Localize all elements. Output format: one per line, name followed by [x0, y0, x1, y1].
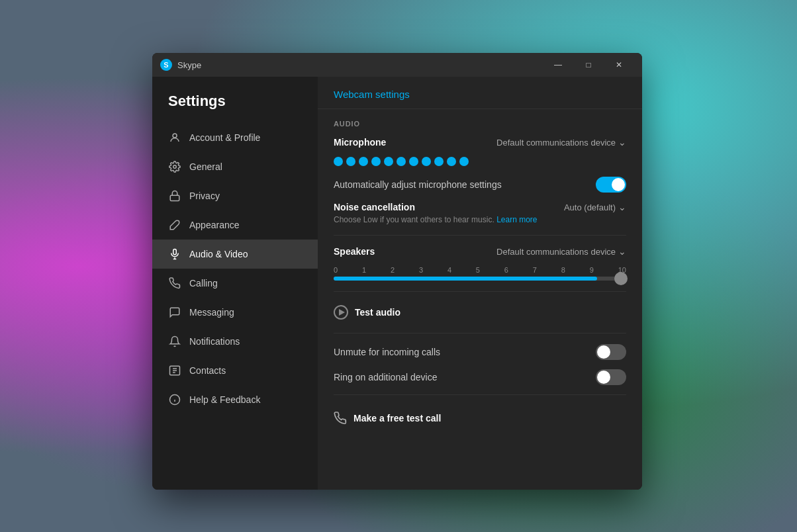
- test-audio-label: Test audio: [355, 307, 400, 318]
- sidebar-item-account[interactable]: Account & Profile: [152, 123, 318, 152]
- ring-toggle[interactable]: [596, 369, 626, 385]
- slider-label-1: 1: [362, 266, 366, 274]
- sidebar: Settings Account & Profile G: [152, 77, 318, 490]
- microphone-row: Microphone Default communications device: [334, 137, 626, 148]
- sidebar-item-messaging[interactable]: Messaging: [152, 298, 318, 327]
- volume-slider-section: 0 1 2 3 4 5 6 7 8 9 10: [334, 266, 626, 281]
- test-audio-button[interactable]: Test audio: [334, 302, 400, 322]
- speakers-row: Speakers Default communications device: [334, 246, 626, 257]
- volume-slider-thumb[interactable]: [614, 272, 628, 285]
- mic-dot-3: [359, 157, 368, 166]
- gear-icon: [168, 160, 181, 173]
- slider-label-2: 2: [391, 266, 395, 274]
- sidebar-item-contacts[interactable]: Contacts: [152, 356, 318, 385]
- skype-window: S Skype — □ ✕ Settings Account & Profile: [152, 53, 642, 490]
- divider-3: [334, 333, 626, 333]
- microphone-label: Microphone: [334, 137, 386, 148]
- volume-slider-track[interactable]: [334, 277, 626, 281]
- sidebar-item-general[interactable]: General: [152, 152, 318, 181]
- divider-1: [334, 235, 626, 236]
- window-content: Settings Account & Profile G: [152, 77, 642, 490]
- phone-icon: [168, 277, 181, 290]
- sidebar-item-calling-label: Calling: [189, 278, 218, 288]
- sidebar-item-audio-video[interactable]: Audio & Video: [152, 240, 318, 269]
- sidebar-item-messaging-label: Messaging: [189, 307, 234, 318]
- svg-rect-3: [173, 249, 177, 255]
- ring-thumb: [597, 371, 610, 384]
- microphone-level: [334, 157, 626, 166]
- person-icon: [168, 131, 181, 144]
- brush-icon: [168, 218, 181, 232]
- slider-labels: 0 1 2 3 4 5 6 7 8 9 10: [334, 266, 626, 274]
- ring-row: Ring on additional device: [334, 369, 626, 385]
- audio-section: AUDIO Microphone Default communications …: [318, 109, 642, 441]
- panel-header: Webcam settings: [318, 77, 642, 109]
- sidebar-item-notifications-label: Notifications: [189, 336, 240, 347]
- mic-dot-1: [334, 157, 343, 166]
- main-panel: Webcam settings AUDIO Microphone Default…: [318, 77, 642, 490]
- webcam-settings-link[interactable]: Webcam settings: [334, 89, 410, 100]
- unmute-toggle[interactable]: [596, 344, 626, 360]
- ring-label: Ring on additional device: [334, 372, 437, 382]
- auto-adjust-toggle[interactable]: [596, 177, 626, 193]
- mic-dot-11: [459, 157, 469, 166]
- test-call-phone-icon: [334, 411, 347, 425]
- sidebar-item-notifications[interactable]: Notifications: [152, 327, 318, 356]
- speakers-label: Speakers: [334, 246, 375, 257]
- play-icon: [334, 305, 348, 320]
- learn-more-link[interactable]: Learn more: [496, 215, 537, 224]
- svg-rect-2: [170, 195, 179, 200]
- unmute-row: Unmute for incoming calls: [334, 344, 626, 360]
- divider-4: [334, 394, 626, 395]
- sidebar-item-calling[interactable]: Calling: [152, 269, 318, 298]
- bell-icon: [168, 335, 181, 348]
- volume-slider-fill: [334, 277, 597, 281]
- mic-dot-9: [434, 157, 444, 166]
- mic-dot-6: [397, 157, 406, 166]
- mic-dot-5: [384, 157, 393, 166]
- test-call-label: Make a free test call: [353, 413, 441, 423]
- mic-dot-4: [371, 157, 381, 166]
- close-button[interactable]: ✕: [604, 53, 634, 77]
- sidebar-item-help-label: Help & Feedback: [189, 394, 260, 405]
- contacts-icon: [168, 364, 181, 377]
- window-controls: — □ ✕: [543, 53, 634, 77]
- play-triangle: [339, 309, 345, 316]
- mic-dot-10: [447, 157, 456, 166]
- skype-logo: S: [160, 59, 172, 71]
- maximize-button[interactable]: □: [573, 53, 604, 77]
- sidebar-item-appearance-label: Appearance: [189, 220, 240, 230]
- mic-dot-8: [422, 157, 431, 166]
- auto-adjust-thumb: [612, 178, 625, 191]
- sidebar-item-contacts-label: Contacts: [189, 365, 226, 376]
- sidebar-item-account-label: Account & Profile: [189, 132, 260, 143]
- lock-icon: [168, 189, 181, 202]
- mic-icon: [168, 247, 181, 261]
- speakers-dropdown[interactable]: Default communications device: [496, 246, 626, 257]
- info-icon: [168, 393, 181, 406]
- slider-label-9: 9: [590, 266, 594, 274]
- noise-cancellation-label: Noise cancellation: [334, 202, 415, 212]
- slider-label-0: 0: [334, 266, 338, 274]
- noise-cancellation-dropdown[interactable]: Auto (default): [564, 202, 626, 212]
- mic-dot-7: [409, 157, 418, 166]
- sidebar-item-help[interactable]: Help & Feedback: [152, 385, 318, 414]
- sidebar-item-privacy[interactable]: Privacy: [152, 181, 318, 210]
- microphone-dropdown[interactable]: Default communications device: [496, 137, 626, 148]
- sidebar-item-privacy-label: Privacy: [189, 191, 220, 201]
- slider-label-6: 6: [504, 266, 508, 274]
- test-call-row[interactable]: Make a free test call: [334, 406, 626, 430]
- mic-dot-2: [346, 157, 355, 166]
- audio-section-label: AUDIO: [334, 120, 626, 128]
- auto-adjust-row: Automatically adjust microphone settings: [334, 177, 626, 193]
- sidebar-item-audio-video-label: Audio & Video: [189, 249, 248, 259]
- minimize-button[interactable]: —: [543, 53, 573, 77]
- slider-label-4: 4: [447, 266, 451, 274]
- unmute-thumb: [597, 345, 610, 359]
- noise-desc: Choose Low if you want others to hear mu…: [334, 215, 626, 224]
- settings-title: Settings: [152, 87, 318, 123]
- sidebar-item-appearance[interactable]: Appearance: [152, 210, 318, 240]
- noise-cancellation-header: Noise cancellation Auto (default): [334, 202, 626, 212]
- divider-2: [334, 291, 626, 292]
- sidebar-item-general-label: General: [189, 161, 222, 172]
